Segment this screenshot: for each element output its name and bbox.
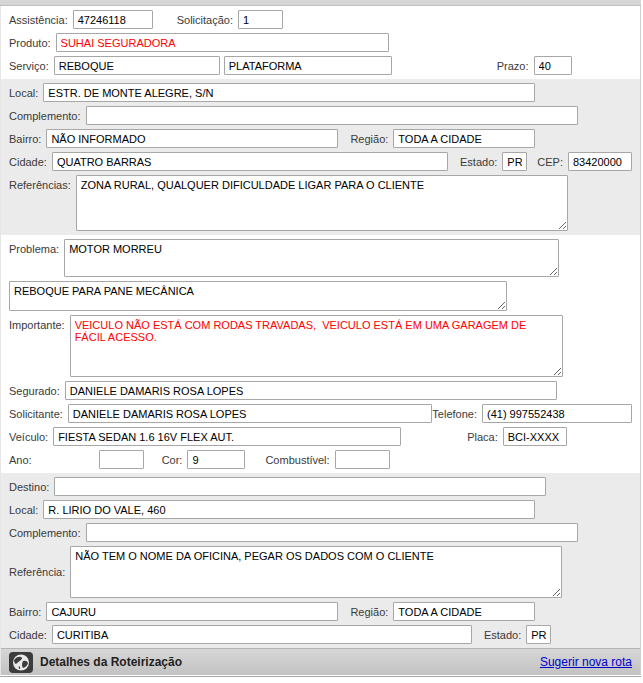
complemento-destino-field[interactable] [86,523,578,542]
local-origem-field[interactable] [43,83,535,102]
routing-details-title: Detalhes da Roteirização [40,655,182,669]
regiao-destino-field[interactable] [393,602,535,621]
section-header: Assistência: Solicitação: Produto: Servi… [1,6,640,79]
assistance-form: Assistência: Solicitação: Produto: Servi… [0,6,641,675]
produto-field[interactable] [56,33,389,52]
section-occurrence: Problema: MOTOR MORREU REBOQUE PARA PANE… [1,235,640,473]
combustivel-field[interactable] [335,450,390,469]
row-bairro-origem: Bairro: Região: [1,127,640,150]
bairro-destino-label: Bairro: [9,606,41,618]
row-servico: Serviço: Prazo: [1,54,640,77]
destino-field[interactable] [54,477,546,496]
row-local-origem: Local: [1,81,640,104]
bairro-origem-field[interactable] [46,129,338,148]
row-assistencia: Assistência: Solicitação: [1,8,640,31]
cor-field[interactable] [187,450,245,469]
row-solicitante: Solicitante: Telefone: [1,402,640,425]
row-referencias-origem: Referências: ZONA RURAL, QUALQUER DIFICU… [1,173,640,233]
cor-label: Cor: [162,454,183,466]
section-origin: Local: Complemento: Bairro: Região: Cida… [1,79,640,235]
servico-tipo-field[interactable] [224,56,392,75]
row-cidade-origem: Cidade: Estado: CEP: [1,150,640,173]
complemento-destino-label: Complemento: [9,527,81,539]
local-label: Local: [9,87,38,99]
routing-details-bar: Detalhes da Roteirização Sugerir nova ro… [1,648,640,675]
solicitacao-field[interactable] [238,10,283,29]
estado-label: Estado: [460,156,497,168]
row-problema-complemento: REBOQUE PARA PANE MECÂNICA [1,279,640,313]
row-importante: Importante: VEICULO NÃO ESTÁ COM RODAS T… [1,313,640,379]
row-complemento-destino: Complemento: [1,521,640,544]
cidade-origem-field[interactable] [52,152,448,171]
row-destino: Destino: [1,475,640,498]
local-destino-field[interactable] [43,500,535,519]
regiao-origem-field[interactable] [393,129,535,148]
row-bairro-destino: Bairro: Região: [1,600,640,623]
veiculo-field[interactable] [53,427,401,446]
referencia-destino-label: Referência: [9,566,65,578]
local-destino-label: Local: [9,504,38,516]
bottom-strip [0,676,641,683]
section-destination: Destino: Local: Complemento: Referência:… [1,473,640,648]
combustivel-label: Combustível: [265,454,329,466]
row-ano-cor-combustivel: Ano: Cor: Combustível: [1,448,640,471]
cidade-destino-field[interactable] [52,625,472,644]
bairro-label: Bairro: [9,133,41,145]
row-referencia-destino: Referência: NÃO TEM O NOME DA OFICINA, P… [1,544,640,600]
row-veiculo: Veículo: Placa: [1,425,640,448]
suggest-new-route-link[interactable]: Sugerir nova rota [540,655,632,669]
ano-label: Ano: [9,454,32,466]
prazo-field[interactable] [534,56,572,75]
row-complemento-origem: Complemento: [1,104,640,127]
solicitacao-label: Solicitação: [177,14,233,26]
segurado-field[interactable] [65,381,557,400]
cep-origem-field[interactable] [568,152,632,171]
estado-destino-field[interactable] [526,625,551,644]
complemento-origem-field[interactable] [86,106,578,125]
placa-label: Placa: [467,431,498,443]
regiao-destino-label: Região: [350,606,388,618]
cep-label: CEP: [537,156,563,168]
cidade-label: Cidade: [9,156,47,168]
globe-icon [9,652,33,673]
servico-label: Serviço: [9,60,49,72]
solicitante-label: Solicitante: [9,408,63,420]
destino-label: Destino: [9,481,49,493]
problema-label: Problema: [9,239,59,255]
problema-field[interactable]: MOTOR MORREU [64,239,559,277]
regiao-label: Região: [350,133,388,145]
row-segurado: Segurado: [1,379,640,402]
telefone-label: Telefone: [432,408,477,420]
row-produto: Produto: [1,31,640,54]
servico-field[interactable] [54,56,220,75]
prazo-label: Prazo: [497,60,529,72]
assistencia-field[interactable] [73,10,153,29]
placa-field[interactable] [503,427,567,446]
complemento-label: Complemento: [9,110,81,122]
telefone-field[interactable] [482,404,632,423]
importante-label: Importante: [9,315,65,331]
row-local-destino: Local: [1,498,640,521]
veiculo-label: Veículo: [9,431,48,443]
ano-field[interactable] [99,450,144,469]
assistencia-label: Assistência: [9,14,68,26]
produto-label: Produto: [9,37,51,49]
row-problema: Problema: MOTOR MORREU [1,237,640,279]
solicitante-field[interactable] [68,404,433,423]
referencia-destino-field[interactable]: NÃO TEM O NOME DA OFICINA, PEGAR OS DADO… [70,546,562,598]
bairro-destino-field[interactable] [46,602,338,621]
referencias-label: Referências: [9,175,71,191]
referencias-origem-field[interactable]: ZONA RURAL, QUALQUER DIFICULDADE LIGAR P… [76,175,568,231]
estado-origem-field[interactable] [502,152,527,171]
segurado-label: Segurado: [9,385,60,397]
problema-complemento-field[interactable]: REBOQUE PARA PANE MECÂNICA [9,281,507,311]
estado-destino-label: Estado: [484,629,521,641]
row-cidade-destino: Cidade: Estado: [1,623,640,646]
cidade-destino-label: Cidade: [9,629,47,641]
importante-field[interactable]: VEICULO NÃO ESTÁ COM RODAS TRAVADAS, VEI… [70,315,563,377]
